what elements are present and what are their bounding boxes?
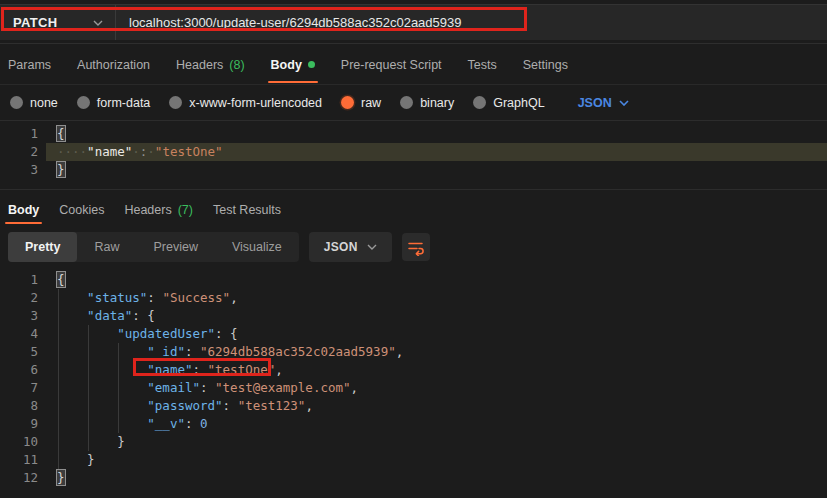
request-tab-tests[interactable]: Tests [468, 45, 497, 84]
token [57, 362, 147, 377]
response-code-line: 7 "email": "test@example.com", [0, 379, 827, 397]
line-number: 1 [0, 271, 38, 289]
view-mode-pretty[interactable]: Pretty [8, 232, 77, 262]
code-text: } [57, 162, 65, 177]
request-code-line: 2····"name"·:·"testOne" [0, 143, 827, 161]
code-text: "__v": 0 [57, 416, 208, 431]
token: : [223, 398, 238, 413]
view-mode-visualize[interactable]: Visualize [215, 232, 299, 262]
token: { [57, 272, 65, 287]
token: , [351, 380, 359, 395]
request-tab-pre-request-script[interactable]: Pre-request Script [341, 45, 442, 84]
code-text: } [57, 434, 125, 449]
request-tab-settings[interactable]: Settings [523, 45, 568, 84]
method-label: PATCH [13, 15, 57, 30]
radio-raw-icon [341, 96, 354, 109]
token: ···· [57, 144, 87, 159]
tab-label: Body [271, 58, 302, 72]
line-number: 11 [0, 451, 38, 469]
response-tab-cookies[interactable]: Cookies [59, 191, 104, 228]
body-mode-x-www-form-urlencoded[interactable]: x-www-form-urlencoded [169, 96, 322, 110]
body-mode-graphql[interactable]: GraphQL [473, 96, 544, 110]
token: "test@example.com" [215, 380, 350, 395]
token [57, 326, 117, 341]
token: · [147, 144, 155, 159]
response-code-line: 2 "status": "Success", [0, 289, 827, 307]
token: "updatedUser" [117, 326, 215, 341]
response-tab-body[interactable]: Body [8, 191, 39, 228]
response-tabs: BodyCookiesHeaders(7)Test Results [0, 191, 827, 228]
request-tab-headers[interactable]: Headers(8) [176, 45, 245, 84]
tab-label: Body [8, 203, 39, 217]
code-text: "password": "test123", [57, 398, 313, 413]
response-code-line: 11 } [0, 451, 827, 469]
body-mode-form-data[interactable]: form-data [77, 96, 151, 110]
token: "testOne" [208, 362, 276, 377]
response-code-line: 1{ [0, 271, 827, 289]
response-language-select[interactable]: JSON [309, 232, 392, 262]
radio-none-icon [10, 96, 23, 109]
response-tab-headers[interactable]: Headers(7) [124, 191, 193, 228]
line-number: 10 [0, 433, 38, 451]
token: "testOne" [155, 144, 223, 159]
view-mode-preview[interactable]: Preview [136, 232, 214, 262]
token [57, 416, 147, 431]
tab-label: Headers [124, 203, 171, 217]
line-number: 6 [0, 361, 38, 379]
tab-label: Test Results [213, 203, 281, 217]
mode-label: binary [420, 96, 454, 110]
body-mode-raw[interactable]: raw [341, 96, 381, 110]
response-code-line: 12} [0, 469, 827, 487]
view-mode-raw[interactable]: Raw [77, 232, 136, 262]
code-text: "status": "Success", [57, 290, 238, 305]
body-mode-binary[interactable]: binary [400, 96, 454, 110]
line-number: 5 [0, 343, 38, 361]
tab-label: Settings [523, 58, 568, 72]
request-code-line: 3} [0, 161, 827, 179]
request-tab-params[interactable]: Params [8, 45, 51, 84]
token: "name" [87, 144, 132, 159]
request-language-select[interactable]: JSON [578, 96, 629, 110]
token: "status" [87, 290, 147, 305]
token [57, 344, 147, 359]
response-code-line: 6 "name": "testOne", [0, 361, 827, 379]
request-code-line: 1{ [0, 125, 827, 143]
token: , [275, 362, 283, 377]
line-number: 8 [0, 397, 38, 415]
token: : [200, 380, 215, 395]
request-tab-authorization[interactable]: Authorization [77, 45, 150, 84]
mode-label: GraphQL [493, 96, 544, 110]
line-number: 4 [0, 325, 38, 343]
response-code-line: 9 "__v": 0 [0, 415, 827, 433]
tab-count-badge: (7) [178, 203, 193, 217]
method-select[interactable]: PATCH [0, 5, 116, 40]
body-mode-none[interactable]: none [10, 96, 58, 110]
mode-label: raw [361, 96, 381, 110]
token: "data" [87, 308, 132, 323]
wrap-lines-icon [407, 239, 425, 256]
line-number: 1 [0, 125, 38, 143]
response-body-editor[interactable]: 1{2 "status": "Success",3 "data": {4 "up… [0, 266, 827, 498]
response-code-line: 3 "data": { [0, 307, 827, 325]
line-number: 12 [0, 469, 38, 487]
tab-label: Pre-request Script [341, 58, 442, 72]
chevron-down-icon [93, 20, 103, 26]
token: , [230, 290, 238, 305]
chevron-down-icon [619, 100, 629, 106]
tab-label: Headers [176, 58, 223, 72]
response-code-line: 4 "updatedUser": { [0, 325, 827, 343]
token: } [57, 434, 125, 449]
request-body-editor[interactable]: 1{2····"name"·:·"testOne"3} [0, 122, 827, 190]
line-number: 9 [0, 415, 38, 433]
token [57, 290, 87, 305]
line-number: 2 [0, 289, 38, 307]
body-modified-dot [308, 61, 315, 68]
response-code-line: 10 } [0, 433, 827, 451]
request-tab-body[interactable]: Body [271, 45, 315, 84]
response-tab-test-results[interactable]: Test Results [213, 191, 281, 228]
token: "email" [147, 380, 200, 395]
url-input[interactable]: localhost:3000/update-user/6294db588ac35… [116, 5, 827, 40]
wrap-lines-button[interactable] [402, 233, 430, 261]
token [57, 380, 147, 395]
code-text: "email": "test@example.com", [57, 380, 358, 395]
